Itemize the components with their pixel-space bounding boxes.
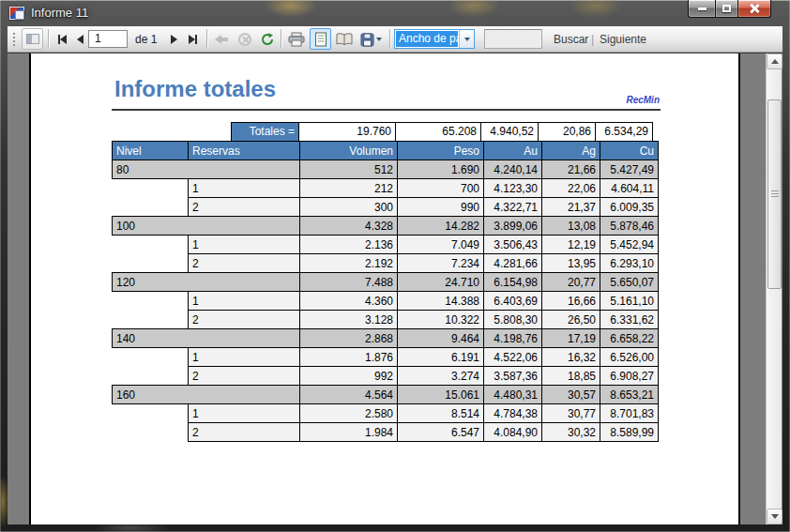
search-input[interactable] bbox=[484, 29, 542, 49]
document-map-icon bbox=[26, 34, 39, 44]
find-next-button[interactable]: Siguiente bbox=[600, 33, 646, 46]
level-cell: 140 bbox=[113, 329, 300, 348]
level-total-cell: 4.198,76 bbox=[484, 329, 542, 348]
reserva-cell: 2 bbox=[189, 367, 300, 386]
title-rule bbox=[112, 109, 661, 111]
level-cell: 160 bbox=[113, 386, 300, 404]
stop-button[interactable] bbox=[234, 28, 255, 50]
app-window: Informe 11 1 de 1 bbox=[0, 0, 790, 532]
find-button[interactable]: Buscar bbox=[554, 33, 588, 46]
last-page-icon bbox=[189, 35, 195, 44]
empty-cell bbox=[113, 236, 189, 254]
empty-cell bbox=[113, 367, 189, 386]
value-cell: 4.522,06 bbox=[484, 348, 542, 367]
totals-label: Totales = bbox=[231, 122, 299, 142]
toolbar-separator bbox=[206, 29, 208, 49]
value-cell: 4.604,11 bbox=[600, 179, 659, 198]
level-total-cell: 17,19 bbox=[542, 329, 600, 348]
value-cell: 6.403,69 bbox=[484, 292, 542, 311]
level-total-cell: 21,66 bbox=[542, 160, 600, 179]
export-dropdown-icon bbox=[376, 38, 382, 41]
report-toolbar: 1 de 1 bbox=[8, 26, 782, 53]
minimize-button[interactable] bbox=[688, 0, 716, 18]
toolbar-separator bbox=[281, 29, 282, 49]
scroll-down-button[interactable] bbox=[767, 509, 782, 524]
header-row: Nivel Reservas Volumen Peso Au Ag Cu bbox=[113, 142, 659, 160]
value-cell: 8.514 bbox=[398, 404, 484, 423]
scroll-up-button[interactable] bbox=[767, 53, 782, 69]
report-table: Totales = 19.760 65.208 4.940,52 20,86 6… bbox=[112, 122, 659, 442]
back-button[interactable] bbox=[211, 28, 233, 50]
empty-cell bbox=[113, 311, 189, 329]
reserva-row: 21.9846.5474.084,9030,328.589,99 bbox=[113, 423, 659, 442]
last-page-button[interactable] bbox=[182, 28, 204, 50]
column-header: Cu bbox=[600, 142, 659, 160]
level-total-cell: 8.653,21 bbox=[600, 386, 659, 404]
level-total-cell: 5.878,46 bbox=[600, 217, 659, 236]
scrollbar-thumb[interactable] bbox=[767, 99, 782, 289]
level-total-cell: 20,77 bbox=[542, 273, 600, 292]
value-cell: 6.526,00 bbox=[600, 348, 659, 367]
reserva-row: 14.36014.3886.403,6916,665.161,10 bbox=[113, 292, 659, 311]
print-button[interactable] bbox=[285, 28, 308, 51]
value-cell: 12,19 bbox=[542, 236, 600, 254]
level-total-cell: 30,57 bbox=[542, 386, 600, 404]
level-total-cell: 3.899,06 bbox=[484, 217, 542, 236]
value-cell: 6.293,10 bbox=[600, 254, 659, 273]
zoom-dropdown-button[interactable] bbox=[459, 30, 474, 48]
toolbar-grip[interactable] bbox=[12, 32, 17, 47]
vertical-scrollbar[interactable] bbox=[766, 53, 782, 524]
value-cell: 3.128 bbox=[300, 311, 398, 329]
level-total-cell: 4.240,14 bbox=[484, 160, 542, 179]
level-row: 1207.48824.7106.154,9820,775.650,07 bbox=[113, 273, 659, 292]
value-cell: 1.876 bbox=[300, 348, 398, 367]
reserva-row: 22.1927.2344.281,6613,956.293,10 bbox=[113, 254, 659, 273]
level-total-cell: 1.690 bbox=[398, 160, 484, 179]
print-layout-button[interactable] bbox=[310, 28, 331, 50]
reserva-cell: 2 bbox=[189, 423, 300, 442]
value-cell: 30,77 bbox=[542, 404, 600, 423]
maximize-icon bbox=[722, 5, 731, 12]
value-cell: 14.388 bbox=[398, 292, 484, 311]
level-cell: 80 bbox=[113, 160, 300, 179]
reserva-row: 11.8766.1914.522,0616,326.526,00 bbox=[113, 348, 659, 367]
empty-cell bbox=[113, 254, 189, 273]
maximize-button[interactable] bbox=[715, 0, 738, 18]
reserva-cell: 2 bbox=[189, 198, 300, 217]
export-button[interactable] bbox=[357, 28, 385, 51]
value-cell: 10.322 bbox=[398, 311, 484, 329]
page-setup-button[interactable] bbox=[333, 28, 356, 51]
zoom-combobox[interactable]: Ancho de pág bbox=[394, 29, 475, 49]
refresh-button[interactable] bbox=[256, 28, 278, 50]
value-cell: 3.506,43 bbox=[484, 236, 542, 254]
previous-page-icon bbox=[77, 35, 84, 44]
document-map-button[interactable] bbox=[22, 28, 43, 50]
stop-icon bbox=[238, 33, 251, 46]
back-arrow-icon bbox=[215, 35, 230, 44]
close-button[interactable] bbox=[737, 0, 771, 18]
value-cell: 4.123,30 bbox=[484, 179, 542, 198]
value-cell: 2.192 bbox=[300, 254, 398, 273]
level-cell: 100 bbox=[113, 217, 300, 236]
empty-cell bbox=[113, 348, 189, 367]
value-cell: 22,06 bbox=[542, 179, 600, 198]
column-header: Au bbox=[484, 142, 542, 160]
value-cell: 3.274 bbox=[398, 367, 484, 386]
level-total-cell: 4.480,31 bbox=[484, 386, 542, 404]
value-cell: 4.084,90 bbox=[484, 423, 542, 442]
data-table: Nivel Reservas Volumen Peso Au Ag Cu 805… bbox=[112, 141, 659, 442]
empty-cell bbox=[113, 179, 189, 198]
report-table-body: 805121.6904.240,1421,665.427,4912127004.… bbox=[113, 160, 659, 442]
level-total-cell: 6.154,98 bbox=[484, 273, 542, 292]
level-row: 1402.8689.4644.198,7617,196.658,22 bbox=[113, 329, 659, 348]
first-page-icon bbox=[60, 35, 67, 44]
reserva-row: 23009904.322,7121,376.009,35 bbox=[113, 198, 659, 217]
reserva-cell: 1 bbox=[189, 404, 300, 423]
scroll-up-icon bbox=[771, 59, 779, 64]
value-cell: 7.234 bbox=[398, 254, 484, 273]
window-title: Informe 11 bbox=[31, 6, 88, 20]
page-number-input[interactable]: 1 bbox=[88, 30, 128, 48]
value-cell: 4.784,38 bbox=[484, 404, 542, 423]
level-total-cell: 9.464 bbox=[398, 329, 484, 348]
last-page-icon bbox=[195, 35, 197, 44]
